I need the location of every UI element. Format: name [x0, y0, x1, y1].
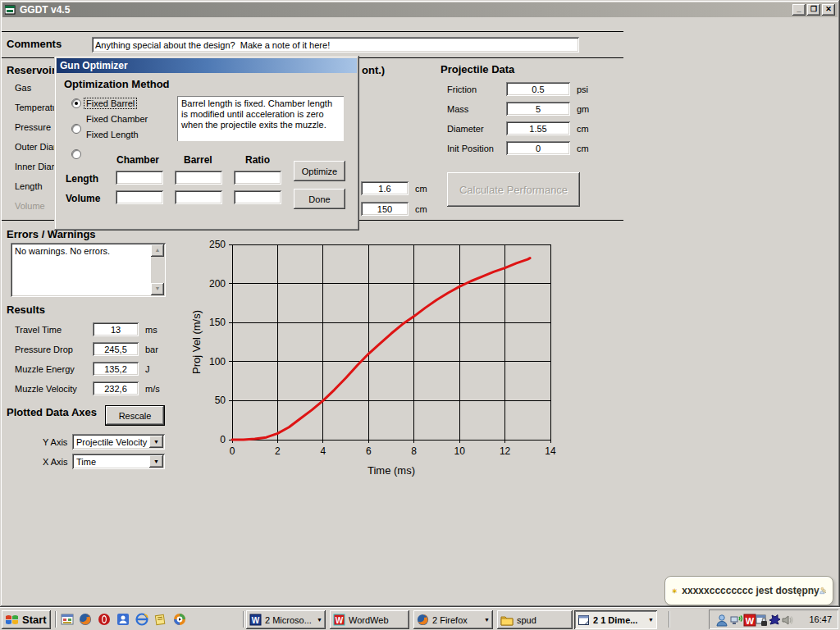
- radio-fixed-length[interactable]: [71, 149, 81, 159]
- volume-icon[interactable]: [781, 614, 794, 627]
- svg-text:W: W: [746, 616, 755, 626]
- chevron-down-icon: ▼: [648, 617, 654, 623]
- done-button[interactable]: Done: [294, 189, 345, 209]
- optimize-button[interactable]: Optimize: [294, 161, 345, 181]
- reservoir-item-length: Length: [15, 181, 43, 191]
- taskbar-button-firefox-group[interactable]: 2 Firefox ▼: [413, 610, 493, 629]
- contact-search-icon: [819, 581, 826, 600]
- volume-ratio-field[interactable]: [234, 190, 281, 204]
- svg-text:4: 4: [321, 445, 326, 457]
- radio-fixed-barrel[interactable]: [71, 98, 81, 108]
- radio-fixed-chamber-label[interactable]: Fixed Chamber: [86, 114, 148, 124]
- taskbar-button-dime-group[interactable]: 2 1 Dime... ▼: [574, 610, 657, 629]
- barrel-cont-heading-fragment: ont.): [362, 64, 385, 76]
- method-description: Barrel length is fixed. Chamber length i…: [177, 96, 344, 141]
- diameter-label: Diameter: [447, 124, 484, 134]
- wordweb-tray-icon[interactable]: W: [743, 614, 756, 627]
- reservoir-item-pressure: Pressure: [15, 122, 51, 132]
- y-axis-label: Y Axis: [43, 437, 67, 447]
- calculate-performance-button[interactable]: Calculate Performance: [447, 172, 580, 207]
- errors-scrollbar[interactable]: ▲ ▼: [151, 244, 164, 295]
- reservoir-heading: Reservoir: [7, 64, 56, 76]
- start-label: Start: [22, 614, 48, 626]
- rescale-button[interactable]: Rescale: [105, 405, 165, 426]
- comments-input[interactable]: [92, 37, 579, 52]
- tray-clock: 16:47: [809, 614, 832, 624]
- plotted-data-axes-heading: Plotted Data Axes: [7, 406, 97, 418]
- taskbar-button-label: 2 1 Dime...: [593, 615, 646, 625]
- wordweb-icon: W: [333, 614, 345, 626]
- barrel-diameter-unit: cm: [415, 184, 427, 194]
- firefox-icon: [417, 614, 429, 626]
- results-heading: Results: [7, 304, 45, 316]
- friction-unit: psi: [577, 84, 588, 94]
- barrel-length-field[interactable]: [361, 202, 409, 216]
- volume-chamber-field[interactable]: [116, 190, 163, 204]
- security-lock-icon[interactable]: [756, 614, 769, 627]
- notes-icon[interactable]: [154, 613, 167, 626]
- scroll-up-icon[interactable]: ▲: [151, 244, 164, 257]
- length-chamber-field[interactable]: [116, 171, 163, 185]
- messenger-icon[interactable]: [116, 613, 130, 626]
- chevron-down-icon[interactable]: ▼: [149, 436, 163, 448]
- taskbar-button-word-group[interactable]: W 2 Microso... ▼: [246, 610, 326, 629]
- radio-fixed-length-label[interactable]: Fixed Length: [86, 130, 139, 139]
- internet-explorer-icon[interactable]: [135, 613, 148, 626]
- network-activity-icon[interactable]: [730, 614, 743, 627]
- svg-text:10: 10: [454, 445, 465, 457]
- y-axis-select[interactable]: Projectile Velocity ▼: [72, 434, 165, 450]
- svg-text:Proj Vel (m/s): Proj Vel (m/s): [190, 310, 203, 374]
- opera-icon[interactable]: [98, 613, 111, 626]
- friction-field[interactable]: [506, 82, 570, 96]
- friction-label: Friction: [447, 84, 477, 94]
- taskbar-button-wordweb[interactable]: W WordWeb: [330, 610, 409, 629]
- volume-barrel-field[interactable]: [175, 190, 222, 204]
- diameter-unit: cm: [577, 124, 589, 134]
- svg-text:0: 0: [230, 445, 235, 457]
- radio-fixed-chamber[interactable]: [71, 124, 81, 134]
- length-barrel-field[interactable]: [175, 171, 222, 185]
- init-position-field[interactable]: [506, 141, 570, 155]
- gadu-gadu-icon[interactable]: [768, 614, 781, 627]
- mass-field[interactable]: [506, 102, 570, 116]
- user-icon[interactable]: [715, 614, 728, 627]
- chevron-down-icon: ▼: [484, 617, 490, 623]
- taskbar: Start W: [0, 607, 840, 630]
- length-ratio-field[interactable]: [234, 171, 281, 185]
- optimization-method-heading: Optimization Method: [64, 78, 170, 90]
- dialog-titlebar[interactable]: Gun Optimizer: [57, 58, 357, 73]
- comments-label: Comments: [7, 38, 62, 50]
- scroll-down-icon[interactable]: ▼: [151, 283, 164, 295]
- svg-text:200: 200: [209, 278, 226, 290]
- barrel-diameter-field[interactable]: [361, 181, 409, 195]
- gun-optimizer-dialog: Gun Optimizer Optimization Method Fixed …: [54, 56, 359, 231]
- minimize-button[interactable]: _: [792, 4, 806, 16]
- column-barrel: Barrel: [184, 154, 212, 166]
- restore-button[interactable]: ❐: [807, 4, 820, 16]
- barrel-length-unit: cm: [415, 204, 427, 214]
- reservoir-item-volume: Volume: [15, 201, 45, 211]
- movie-maker-icon[interactable]: [61, 613, 74, 626]
- muzzle-velocity-label: Muzzle Velocity: [15, 384, 77, 394]
- start-button[interactable]: Start: [2, 610, 51, 629]
- travel-time-unit: ms: [145, 325, 158, 335]
- word-icon: W: [249, 614, 262, 626]
- x-axis-select[interactable]: Time ▼: [72, 454, 165, 469]
- muzzle-energy-label: Muzzle Energy: [15, 364, 75, 374]
- chevron-down-icon[interactable]: ▼: [149, 455, 163, 468]
- firefox-icon[interactable]: [79, 613, 92, 626]
- gadu-gadu-notification[interactable]: xxxxxcccccccc jest dostępny: [664, 576, 833, 605]
- window-titlebar[interactable]: GGDT v4.5 _ ❐ ✕: [2, 2, 838, 17]
- diameter-field[interactable]: [506, 121, 570, 135]
- radio-fixed-barrel-label[interactable]: Fixed Barrel: [84, 98, 136, 108]
- taskbar-button-label: 2 Microso...: [265, 615, 315, 625]
- window-title: GGDT v4.5: [20, 4, 791, 16]
- chevron-down-icon: ▼: [317, 617, 322, 623]
- divider: [2, 31, 623, 32]
- row-length-label: Length: [66, 173, 98, 185]
- system-tray: W 16:47: [709, 609, 838, 629]
- media-player-icon[interactable]: [173, 613, 186, 626]
- svg-text:W: W: [252, 616, 260, 625]
- close-button[interactable]: ✕: [822, 4, 835, 16]
- taskbar-button-spud[interactable]: spud: [497, 610, 573, 629]
